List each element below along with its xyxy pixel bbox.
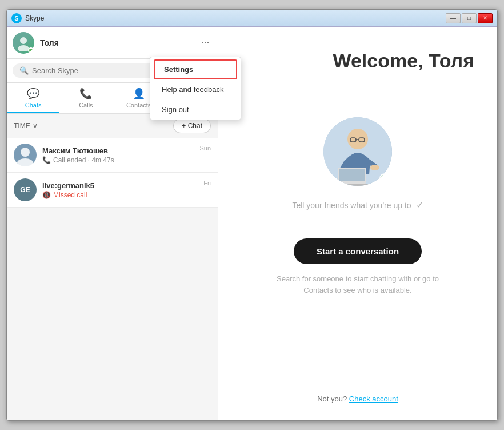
profile-name: Толя bbox=[40, 38, 198, 47]
start-conversation-label: Start a conversation bbox=[317, 246, 399, 256]
help-menu-item[interactable]: Help and feedback bbox=[150, 79, 241, 99]
check-account-link[interactable]: Check account bbox=[349, 395, 398, 403]
search-hint: Search for someone to start chatting wit… bbox=[266, 273, 449, 296]
chat-time: Fri bbox=[203, 180, 211, 186]
status-row: Tell your friends what you're up to ✓ bbox=[249, 200, 466, 222]
chats-icon: 💬 bbox=[27, 87, 39, 100]
sort-chevron-icon: ∨ bbox=[33, 122, 38, 130]
contacts-icon: 👤 bbox=[133, 87, 145, 100]
tab-calls-label: Calls bbox=[79, 102, 93, 109]
app-body: Толя ··· 🔍 💬 Chats 📞 Calls bbox=[7, 27, 497, 420]
status-placeholder: Tell your friends what you're up to bbox=[292, 201, 411, 210]
new-chat-label: + Chat bbox=[182, 122, 202, 130]
chat-name: live:germanik5 bbox=[42, 181, 198, 190]
svg-rect-12 bbox=[339, 169, 365, 181]
user-big-avatar bbox=[323, 117, 392, 186]
chat-avatar bbox=[14, 144, 37, 166]
tab-chats[interactable]: 💬 Chats bbox=[7, 83, 59, 113]
avatar-person-icon bbox=[14, 144, 37, 166]
svg-point-0 bbox=[20, 37, 27, 44]
skype-icon: S bbox=[11, 13, 22, 23]
calls-icon: 📞 bbox=[79, 87, 92, 100]
maximize-button[interactable]: □ bbox=[462, 13, 477, 23]
profile-menu-button[interactable]: ··· bbox=[198, 36, 212, 50]
svg-point-2 bbox=[21, 148, 30, 157]
chat-name: Максим Тютюшев bbox=[42, 146, 194, 155]
app-window: S Skype — □ ✕ bbox=[6, 9, 498, 421]
online-indicator bbox=[28, 47, 34, 53]
title-bar: S Skype — □ ✕ bbox=[7, 10, 497, 27]
svg-point-1 bbox=[18, 45, 29, 51]
search-icon: 🔍 bbox=[19, 66, 29, 75]
profile-bar: Толя ··· bbox=[7, 27, 218, 59]
signout-menu-item[interactable]: Sign out bbox=[150, 99, 241, 120]
avatar[interactable] bbox=[13, 32, 34, 54]
missed-call-icon: 📵 bbox=[42, 191, 51, 199]
dropdown-menu: Settings Help and feedback Sign out bbox=[150, 57, 241, 120]
window-controls: — □ ✕ bbox=[446, 13, 493, 23]
tab-contacts-label: Contacts bbox=[126, 102, 151, 109]
minimize-button[interactable]: — bbox=[446, 13, 461, 23]
sort-button[interactable]: TIME ∨ bbox=[14, 122, 38, 130]
phone-icon: 📞 bbox=[42, 156, 51, 164]
chat-list: Максим Тютюшев 📞 Call ended · 4m 47s Sun… bbox=[7, 138, 218, 420]
status-check-icon: ✓ bbox=[416, 200, 423, 210]
close-button[interactable]: ✕ bbox=[478, 13, 493, 23]
big-online-indicator bbox=[379, 173, 390, 184]
chat-info: live:germanik5 📵 Missed call bbox=[42, 181, 198, 199]
list-item[interactable]: GE live:germanik5 📵 Missed call Fri bbox=[7, 173, 218, 208]
welcome-title: Welcome, Толя bbox=[241, 50, 474, 72]
settings-menu-item[interactable]: Settings bbox=[154, 59, 237, 79]
chat-time: Sun bbox=[199, 145, 211, 152]
new-chat-button[interactable]: + Chat bbox=[173, 118, 211, 133]
svg-point-3 bbox=[17, 158, 33, 166]
list-item[interactable]: Максим Тютюшев 📞 Call ended · 4m 47s Sun bbox=[7, 138, 218, 173]
tab-calls[interactable]: 📞 Calls bbox=[59, 83, 112, 113]
window-title: Skype bbox=[25, 14, 446, 22]
chat-preview: 📞 Call ended · 4m 47s bbox=[42, 156, 194, 164]
not-you-text: Not you? bbox=[317, 395, 347, 403]
welcome-name: Толя bbox=[429, 50, 474, 71]
avatar-initials: GE bbox=[20, 186, 30, 194]
main-content: Welcome, Толя bbox=[218, 27, 497, 420]
welcome-prefix: Welcome, bbox=[333, 50, 429, 71]
chat-info: Максим Тютюшев 📞 Call ended · 4m 47s bbox=[42, 146, 194, 164]
start-conversation-button[interactable]: Start a conversation bbox=[294, 238, 422, 264]
tab-chats-label: Chats bbox=[25, 102, 42, 109]
chat-avatar: GE bbox=[14, 178, 37, 201]
svg-point-14 bbox=[370, 165, 379, 170]
svg-rect-13 bbox=[335, 184, 369, 186]
sort-label: TIME bbox=[14, 122, 30, 130]
chat-preview: 📵 Missed call bbox=[42, 191, 198, 199]
not-you-row: Not you? Check account bbox=[218, 395, 497, 403]
